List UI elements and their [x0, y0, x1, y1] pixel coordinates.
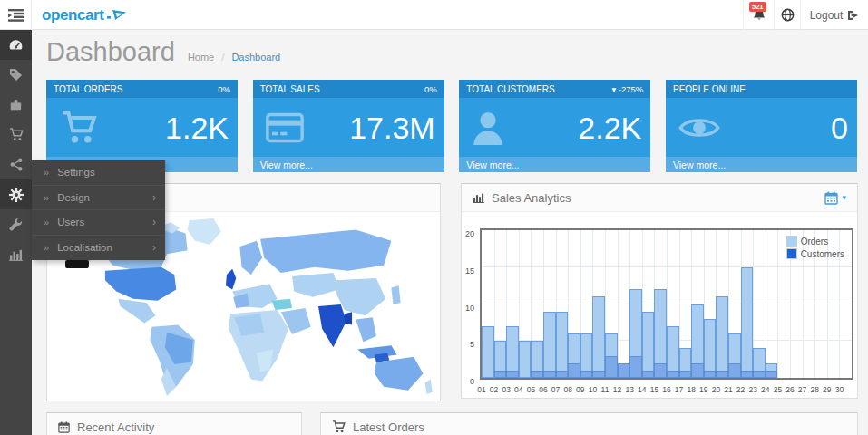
bar-customers-21	[728, 363, 741, 378]
stores-button[interactable]	[774, 0, 800, 30]
bar-customers-15	[654, 363, 667, 378]
double-chevron-icon: »	[44, 217, 49, 227]
tile-value: 17.3M	[349, 110, 435, 145]
tile-title: PEOPLE ONLINE	[673, 84, 746, 94]
sidebar-item-catalog[interactable]	[0, 60, 32, 90]
view-more-link[interactable]: View more...	[253, 157, 444, 172]
bar-customers-09	[580, 371, 593, 378]
sidebar-item-reports[interactable]	[0, 239, 32, 269]
bar-orders-07	[556, 312, 569, 378]
sidebar-item-tools[interactable]	[0, 209, 32, 239]
bar-customers-16	[667, 371, 679, 378]
credit-card-icon	[266, 112, 304, 143]
sidebar-item-system[interactable]	[0, 179, 32, 209]
indent-list-icon	[8, 9, 24, 22]
flyout-item-settings[interactable]: » Settings	[32, 160, 165, 186]
notifications-badge: 521	[749, 2, 766, 12]
bar-orders-14	[642, 312, 655, 378]
calendar-icon	[824, 191, 838, 205]
double-chevron-icon: »	[44, 192, 49, 203]
map-tooltip	[65, 260, 89, 268]
bar-customers-22	[741, 371, 754, 378]
bar-orders-22	[741, 267, 754, 378]
tile-total-customers: TOTAL CUSTOMERS ▾ -275% 2.2K View more..…	[459, 80, 650, 172]
bar-customers-20	[716, 371, 728, 378]
sidebar-item-extensions[interactable]	[0, 90, 32, 120]
bar-chart-icon	[9, 248, 23, 261]
puzzle-icon	[9, 98, 23, 111]
page-title: Dashboard	[46, 37, 175, 67]
bar-customers-18	[691, 363, 704, 378]
latest-orders-title: Latest Orders	[353, 420, 424, 434]
legend-swatch-customers	[786, 248, 797, 259]
bar-orders-01	[482, 326, 494, 378]
cart-icon	[332, 420, 346, 433]
bar-customers-17	[679, 371, 692, 378]
sidebar-nav	[0, 30, 32, 435]
bar-customers-10	[592, 371, 605, 378]
breadcrumb-home[interactable]: Home	[188, 52, 214, 63]
recent-activity-panel: Recent Activity	[46, 412, 302, 435]
opencart-cart-icon	[107, 8, 127, 22]
chart-x-axis: 0102030405060708091011121314151617181920…	[480, 385, 857, 396]
page-header: Dashboard Home / Dashboard	[46, 37, 280, 67]
menu-toggle-button[interactable]	[0, 0, 32, 30]
legend-swatch-orders	[786, 236, 797, 246]
view-more-link[interactable]: View more...	[459, 157, 650, 172]
flyout-item-label: Users	[57, 217, 84, 227]
user-icon	[472, 111, 504, 145]
flyout-item-localisation[interactable]: » Localisation ›	[32, 236, 165, 261]
view-more-link[interactable]: View more...	[666, 157, 857, 172]
tile-value: 2.2K	[578, 110, 641, 145]
eye-icon	[678, 114, 720, 141]
tile-people-online: PEOPLE ONLINE 0 View more...	[666, 80, 857, 172]
bar-orders-06	[543, 312, 556, 378]
recent-activity-header: Recent Activity	[47, 413, 301, 435]
tile-total-sales: TOTAL SALES 0% 17.3M View more...	[253, 80, 444, 172]
bar-customers-23	[753, 371, 766, 378]
tag-icon	[9, 68, 23, 82]
sidebar-item-marketing[interactable]	[0, 150, 32, 179]
latest-orders-panel: Latest Orders	[320, 412, 858, 435]
notifications-button[interactable]: 521	[743, 0, 774, 30]
bar-customers-24	[766, 371, 778, 378]
breadcrumb-separator: /	[221, 52, 224, 63]
sidebar-item-dashboard[interactable]	[0, 30, 32, 60]
flyout-item-users[interactable]: » Users ›	[32, 210, 165, 236]
cart-icon	[59, 111, 99, 145]
bar-customers-03	[506, 371, 519, 378]
calendar-icon	[58, 421, 70, 433]
caret-down-icon: ▾	[842, 193, 846, 202]
sales-analytics-panel: Sales Analytics ▾ 05101520 Orders	[461, 183, 858, 399]
bar-orders-04	[519, 341, 532, 378]
bar-customers-11	[605, 356, 618, 378]
legend-label: Orders	[801, 237, 829, 246]
tile-title: TOTAL CUSTOMERS	[466, 84, 554, 94]
date-range-button[interactable]: ▾	[824, 191, 846, 205]
system-flyout-menu: » Settings » Design › » Users › » Locali…	[32, 160, 165, 260]
latest-orders-header: Latest Orders	[321, 413, 857, 435]
flyout-item-label: Localisation	[57, 242, 112, 253]
tile-percent: 0%	[424, 84, 437, 94]
bar-customers-12	[618, 363, 630, 378]
tile-title: TOTAL SALES	[260, 84, 320, 94]
tile-value: 0	[831, 110, 848, 145]
logout-button[interactable]: Logout	[800, 0, 868, 30]
flyout-item-design[interactable]: » Design ›	[32, 186, 165, 211]
opencart-logo[interactable]: opencart	[42, 0, 127, 30]
bar-orders-20	[716, 296, 728, 378]
stat-tiles-row: TOTAL ORDERS 0% 1.2K View more... TOTAL …	[46, 80, 857, 172]
globe-icon	[781, 8, 795, 22]
flyout-item-label: Settings	[57, 167, 95, 178]
chevron-right-icon: ›	[152, 191, 156, 204]
wrench-icon	[9, 218, 23, 231]
tile-percent: 0%	[218, 84, 230, 94]
sign-out-icon	[847, 10, 859, 21]
legend-item-customers: Customers	[786, 248, 844, 259]
recent-activity-title: Recent Activity	[77, 420, 154, 434]
bar-customers-06	[543, 371, 556, 378]
sidebar-item-sales[interactable]	[0, 120, 32, 150]
bar-chart-icon	[473, 192, 484, 203]
header-actions: 521 Logout	[743, 0, 868, 30]
breadcrumb-current[interactable]: Dashboard	[231, 52, 280, 63]
